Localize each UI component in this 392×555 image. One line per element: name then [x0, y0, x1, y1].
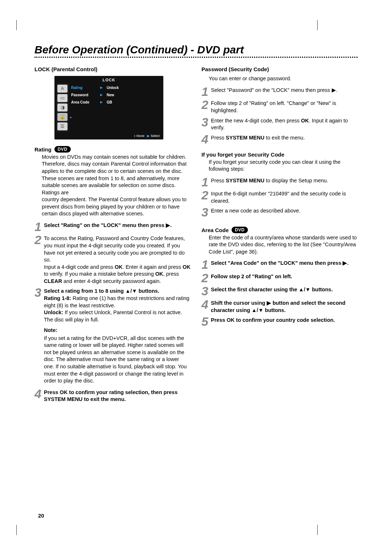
- area-heading-row: Area Code DVD: [201, 227, 358, 234]
- lock-row-value: New: [107, 93, 114, 98]
- lock-row-areacode: Area Code ▶ GB: [71, 98, 161, 106]
- lock-row-password: Password ▶ New: [71, 91, 161, 98]
- step-text: Follow step 2 of "Rating" on left. "Chan…: [211, 99, 358, 114]
- manual-page: Before Operation (Continued) - DVD part …: [0, 0, 392, 555]
- password-intro: You can enter or change password.: [209, 75, 358, 82]
- lock-menu-title: LOCK: [54, 77, 163, 83]
- rating-heading-row: Rating DVD: [34, 146, 191, 154]
- ac-step-2: 2 Follow step 2 of "Rating" on left.: [201, 272, 358, 284]
- step-body-post: Input a 4-digit code and press OK. Enter…: [44, 264, 191, 284]
- step-number: 1: [201, 86, 211, 97]
- step-text: Press OK to confirm your country code se…: [211, 316, 358, 324]
- step-number: 3: [201, 117, 211, 128]
- step-number: 2: [34, 234, 44, 246]
- lock-row-label: Password: [71, 93, 100, 98]
- chevron-right-icon: ▶: [100, 100, 107, 104]
- step-4: 4 Press OK to confirm your rating select…: [34, 388, 191, 403]
- fg-step-1: 1 Press SYSTEM MENU to display the Setup…: [201, 177, 358, 188]
- step-lead: Select "Rating" on the "LOCK" menu then …: [44, 222, 172, 228]
- step-lead: Select a rating from 1 to 8 using ▲/▼ bu…: [44, 288, 159, 294]
- step-number: 5: [201, 316, 211, 327]
- display-icon: ▭: [57, 94, 68, 102]
- ac-step-4: 4 Shift the cursor using ▶ button and se…: [201, 299, 358, 314]
- crop-mark: [317, 525, 318, 535]
- other-icon: ☰: [57, 122, 68, 130]
- forget-intro: If you forget your security code you can…: [209, 159, 358, 173]
- lock-row-rating: Rating ▶ Unlock: [71, 84, 161, 91]
- step-number: 3: [34, 287, 44, 298]
- step-text: Press SYSTEM MENU to exit the menu.: [211, 134, 358, 142]
- password-heading: Password (Security Code): [201, 66, 358, 73]
- lock-row-value: Unlock: [107, 85, 119, 90]
- lock-heading: LOCK (Parental Control): [34, 66, 191, 73]
- step-text: Select "Area Code" on the "LOCK" menu th…: [211, 259, 358, 267]
- fg-step-3: 3 Enter a new code as described above.: [201, 207, 358, 218]
- lock-row-label: Area Code: [71, 100, 100, 105]
- step-unlock: Unlock: If you select Unlock, Parental C…: [44, 309, 182, 323]
- right-column: Password (Security Code) You can enter o…: [201, 64, 358, 405]
- pw-step-3: 3 Enter the new 4-digit code, then press…: [201, 117, 358, 131]
- step-text: Select "Password" on the "LOCK" menu the…: [211, 86, 358, 94]
- step-lead: Select the first character using the ▲/▼…: [211, 287, 333, 292]
- step-number: 1: [201, 259, 211, 270]
- step-body-pre: To access the Rating, Password and Count…: [44, 235, 185, 263]
- rating-steps-cont: 4 Press OK to confirm your rating select…: [34, 388, 191, 403]
- ac-step-3: 3 Select the first character using the ▲…: [201, 285, 358, 297]
- step-number: 2: [201, 99, 211, 110]
- fg-step-2: 2 Input the 6-digit number "210499" and …: [201, 190, 358, 204]
- rating-heading: Rating: [34, 146, 52, 153]
- note-heading: Note:: [44, 327, 191, 334]
- lock-menu-footer: ♦ Move ▶ Select: [134, 134, 160, 138]
- lock-menu-body: Rating ▶ Unlock Password ▶ New Area Code…: [71, 84, 161, 132]
- lock-menu-sidebar: A ▭ ◑ 🔒 ☰: [56, 83, 69, 132]
- area-intro: Enter the code of a country/area whose s…: [209, 234, 358, 256]
- crop-mark: [16, 525, 17, 535]
- pw-step-4: 4 Press SYSTEM MENU to exit the menu.: [201, 134, 358, 145]
- note-body: If you set a rating for the DVD+VCR, all…: [44, 335, 191, 385]
- step-rating18: Rating 1-8: Rating one (1) has the most …: [44, 295, 189, 308]
- step-number: 3: [201, 207, 211, 218]
- step-lead: Press OK to confirm your country code se…: [211, 317, 335, 323]
- rating-steps: 1 Select "Rating" on the "LOCK" menu the…: [34, 221, 191, 323]
- step-2: 2 To access the Rating, Password and Cou…: [34, 234, 191, 285]
- forget-steps: 1 Press SYSTEM MENU to display the Setup…: [201, 177, 358, 218]
- updown-icon: ♦: [134, 134, 136, 138]
- footer-move: Move: [136, 134, 144, 138]
- step-3: 3 Select a rating from 1 to 8 using ▲/▼ …: [34, 287, 191, 323]
- step-text: Press SYSTEM MENU to display the Setup m…: [211, 177, 358, 185]
- ac-step-5: 5 Press OK to confirm your country code …: [201, 316, 358, 327]
- note-heading-text: Note:: [44, 327, 57, 333]
- audio-icon: ◑: [57, 104, 68, 112]
- language-icon: A: [57, 85, 68, 93]
- area-heading: Area Code: [201, 227, 229, 233]
- step-number: 1: [201, 177, 211, 188]
- chevron-right-icon: ▶: [100, 85, 107, 90]
- step-number: 1: [34, 221, 44, 232]
- step-number: 3: [201, 285, 211, 297]
- step-text: Press OK to confirm your rating selectio…: [44, 388, 191, 403]
- dotted-rule: [34, 57, 358, 58]
- rating-body: Movies on DVDs may contain scenes not su…: [42, 154, 191, 218]
- dvd-badge: DVD: [232, 227, 248, 233]
- forget-heading: If you forget your Security Code: [201, 151, 358, 158]
- right-icon: ▶: [147, 134, 150, 138]
- step-text: Follow step 2 of "Rating" on left.: [211, 272, 358, 280]
- lock-menu-screenshot: LOCK A ▭ ◑ 🔒 ☰ Rating ▶ Unlock Password: [54, 76, 163, 139]
- step-number: 2: [201, 190, 211, 201]
- crop-mark: [317, 20, 318, 30]
- step-text: Select "Rating" on the "LOCK" menu then …: [44, 221, 191, 229]
- step-text: Input the 6-digit number "210499" and th…: [211, 190, 358, 204]
- step-lead: Follow step 2 of "Rating" on left.: [211, 274, 292, 279]
- step-1: 1 Select "Rating" on the "LOCK" menu the…: [34, 221, 191, 232]
- area-steps: 1 Select "Area Code" on the "LOCK" menu …: [201, 259, 358, 327]
- page-number: 20: [38, 513, 44, 519]
- step-text: Select a rating from 1 to 8 using ▲/▼ bu…: [44, 287, 191, 323]
- lock-row-value: GB: [107, 100, 112, 105]
- step-text: Enter the new 4-digit code, then press O…: [211, 117, 358, 131]
- step-lead: Press OK to confirm your rating selectio…: [44, 389, 177, 402]
- page-title: Before Operation (Continued) - DVD part: [34, 44, 358, 56]
- step-text: Select the first character using the ▲/▼…: [211, 285, 358, 293]
- content-columns: LOCK (Parental Control) LOCK A ▭ ◑ 🔒 ☰ R…: [34, 64, 358, 405]
- password-steps: 1 Select "Password" on the "LOCK" menu t…: [201, 86, 358, 145]
- step-text: To access the Rating, Password and Count…: [44, 234, 191, 285]
